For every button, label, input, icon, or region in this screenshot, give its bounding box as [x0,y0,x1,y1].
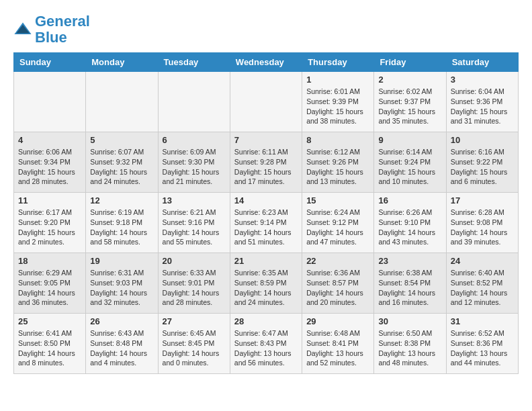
day-info: Sunrise: 6:28 AM Sunset: 9:08 PM Dayligh… [451,208,514,247]
day-number: 23 [378,256,441,266]
day-number: 25 [18,316,81,326]
day-info: Sunrise: 6:47 AM Sunset: 8:43 PM Dayligh… [234,328,298,368]
calendar-cell: 17Sunrise: 6:28 AM Sunset: 9:08 PM Dayli… [446,193,518,253]
calendar-cell: 18Sunrise: 6:29 AM Sunset: 9:05 PM Dayli… [14,253,86,314]
calendar-cell [230,72,302,132]
calendar-cell: 31Sunrise: 6:52 AM Sunset: 8:36 PM Dayli… [446,314,518,374]
calendar-week-row: 25Sunrise: 6:41 AM Sunset: 8:50 PM Dayli… [14,314,519,374]
calendar-cell: 29Sunrise: 6:48 AM Sunset: 8:41 PM Dayli… [302,314,374,374]
logo-icon [13,20,32,39]
day-number: 6 [163,135,226,145]
day-info: Sunrise: 6:07 AM Sunset: 9:32 PM Dayligh… [90,147,153,187]
day-number: 17 [451,195,514,205]
weekday-header-cell: Tuesday [158,53,230,72]
calendar-cell: 7Sunrise: 6:11 AM Sunset: 9:28 PM Daylig… [230,132,302,193]
calendar-cell: 12Sunrise: 6:19 AM Sunset: 9:18 PM Dayli… [86,193,158,253]
day-info: Sunrise: 6:29 AM Sunset: 9:05 PM Dayligh… [18,268,81,308]
calendar-cell: 23Sunrise: 6:38 AM Sunset: 8:54 PM Dayli… [374,253,446,314]
day-info: Sunrise: 6:14 AM Sunset: 9:24 PM Dayligh… [378,147,441,187]
day-info: Sunrise: 6:02 AM Sunset: 9:37 PM Dayligh… [378,87,441,126]
day-info: Sunrise: 6:50 AM Sunset: 8:38 PM Dayligh… [378,328,441,368]
day-number: 4 [18,135,81,145]
day-info: Sunrise: 6:21 AM Sunset: 9:16 PM Dayligh… [163,208,226,247]
day-number: 10 [451,135,514,145]
day-number: 18 [18,256,81,266]
calendar-cell: 4Sunrise: 6:06 AM Sunset: 9:34 PM Daylig… [14,132,86,193]
calendar-cell: 24Sunrise: 6:40 AM Sunset: 8:52 PM Dayli… [446,253,518,314]
day-info: Sunrise: 6:04 AM Sunset: 9:36 PM Dayligh… [451,87,514,126]
day-number: 14 [234,195,298,205]
day-info: Sunrise: 6:45 AM Sunset: 8:45 PM Dayligh… [163,328,226,368]
day-info: Sunrise: 6:01 AM Sunset: 9:39 PM Dayligh… [306,87,369,126]
calendar-cell: 15Sunrise: 6:24 AM Sunset: 9:12 PM Dayli… [302,193,374,253]
calendar-cell: 26Sunrise: 6:43 AM Sunset: 8:48 PM Dayli… [86,314,158,374]
calendar-week-row: 1Sunrise: 6:01 AM Sunset: 9:39 PM Daylig… [14,72,519,132]
day-number: 20 [163,256,226,266]
day-number: 11 [18,195,81,205]
day-number: 29 [306,316,369,326]
calendar-cell: 16Sunrise: 6:26 AM Sunset: 9:10 PM Dayli… [374,193,446,253]
day-number: 26 [90,316,153,326]
day-number: 22 [306,256,369,266]
day-info: Sunrise: 6:12 AM Sunset: 9:26 PM Dayligh… [306,147,369,187]
logo-text: General Blue [35,13,90,46]
calendar-cell [14,72,86,132]
calendar-cell: 5Sunrise: 6:07 AM Sunset: 9:32 PM Daylig… [86,132,158,193]
day-info: Sunrise: 6:09 AM Sunset: 9:30 PM Dayligh… [163,147,226,187]
day-number: 9 [378,135,441,145]
day-info: Sunrise: 6:36 AM Sunset: 8:57 PM Dayligh… [306,268,369,308]
day-info: Sunrise: 6:06 AM Sunset: 9:34 PM Dayligh… [18,147,81,187]
day-info: Sunrise: 6:17 AM Sunset: 9:20 PM Dayligh… [18,208,81,247]
calendar-cell: 19Sunrise: 6:31 AM Sunset: 9:03 PM Dayli… [86,253,158,314]
day-info: Sunrise: 6:48 AM Sunset: 8:41 PM Dayligh… [306,328,369,368]
day-number: 28 [234,316,298,326]
day-number: 15 [306,195,369,205]
day-number: 1 [306,75,369,85]
calendar-cell: 22Sunrise: 6:36 AM Sunset: 8:57 PM Dayli… [302,253,374,314]
calendar-table: SundayMondayTuesdayWednesdayThursdayFrid… [13,52,519,374]
page-header: General Blue [13,13,519,46]
day-info: Sunrise: 6:38 AM Sunset: 8:54 PM Dayligh… [378,268,441,308]
weekday-header-cell: Saturday [446,53,518,72]
calendar-cell: 3Sunrise: 6:04 AM Sunset: 9:36 PM Daylig… [446,72,518,132]
day-info: Sunrise: 6:24 AM Sunset: 9:12 PM Dayligh… [306,208,369,247]
calendar-cell: 27Sunrise: 6:45 AM Sunset: 8:45 PM Dayli… [158,314,230,374]
day-number: 19 [90,256,153,266]
calendar-cell: 21Sunrise: 6:35 AM Sunset: 8:59 PM Dayli… [230,253,302,314]
day-info: Sunrise: 6:35 AM Sunset: 8:59 PM Dayligh… [234,268,298,308]
day-number: 27 [163,316,226,326]
calendar-cell: 1Sunrise: 6:01 AM Sunset: 9:39 PM Daylig… [302,72,374,132]
day-info: Sunrise: 6:40 AM Sunset: 8:52 PM Dayligh… [451,268,514,308]
day-number: 16 [378,195,441,205]
day-number: 13 [163,195,226,205]
calendar-cell: 25Sunrise: 6:41 AM Sunset: 8:50 PM Dayli… [14,314,86,374]
day-number: 5 [90,135,153,145]
day-info: Sunrise: 6:16 AM Sunset: 9:22 PM Dayligh… [451,147,514,187]
weekday-header-cell: Friday [374,53,446,72]
calendar-week-row: 11Sunrise: 6:17 AM Sunset: 9:20 PM Dayli… [14,193,519,253]
calendar-week-row: 18Sunrise: 6:29 AM Sunset: 9:05 PM Dayli… [14,253,519,314]
day-number: 7 [234,135,298,145]
logo: General Blue [13,13,90,46]
day-number: 8 [306,135,369,145]
calendar-cell: 30Sunrise: 6:50 AM Sunset: 8:38 PM Dayli… [374,314,446,374]
calendar-body: 1Sunrise: 6:01 AM Sunset: 9:39 PM Daylig… [14,72,519,374]
weekday-header-row: SundayMondayTuesdayWednesdayThursdayFrid… [14,53,519,72]
day-info: Sunrise: 6:31 AM Sunset: 9:03 PM Dayligh… [90,268,153,308]
day-number: 30 [378,316,441,326]
calendar-cell: 6Sunrise: 6:09 AM Sunset: 9:30 PM Daylig… [158,132,230,193]
day-info: Sunrise: 6:52 AM Sunset: 8:36 PM Dayligh… [451,328,514,368]
day-number: 31 [451,316,514,326]
day-info: Sunrise: 6:11 AM Sunset: 9:28 PM Dayligh… [234,147,298,187]
day-info: Sunrise: 6:23 AM Sunset: 9:14 PM Dayligh… [234,208,298,247]
day-number: 21 [234,256,298,266]
calendar-cell: 14Sunrise: 6:23 AM Sunset: 9:14 PM Dayli… [230,193,302,253]
weekday-header-cell: Sunday [14,53,86,72]
day-number: 12 [90,195,153,205]
calendar-cell: 20Sunrise: 6:33 AM Sunset: 9:01 PM Dayli… [158,253,230,314]
day-number: 3 [451,75,514,85]
day-info: Sunrise: 6:41 AM Sunset: 8:50 PM Dayligh… [18,328,81,368]
weekday-header-cell: Wednesday [230,53,302,72]
day-info: Sunrise: 6:26 AM Sunset: 9:10 PM Dayligh… [378,208,441,247]
calendar-week-row: 4Sunrise: 6:06 AM Sunset: 9:34 PM Daylig… [14,132,519,193]
